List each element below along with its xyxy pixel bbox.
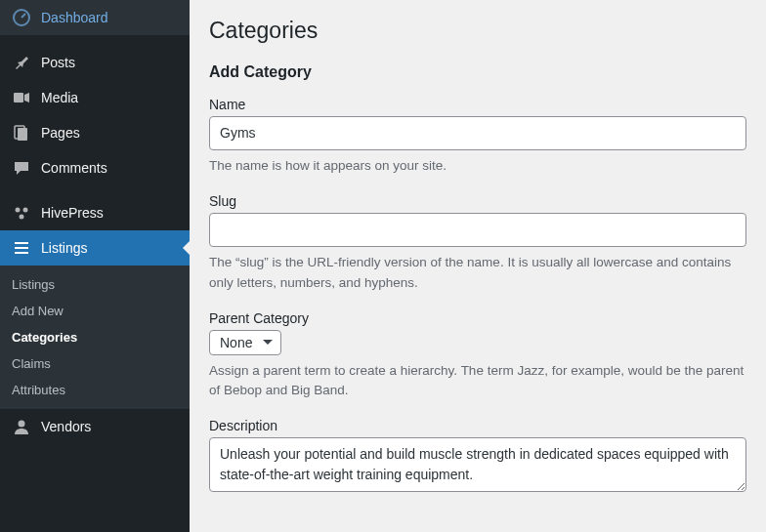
slug-input[interactable] — [209, 213, 746, 247]
submenu-item-listings[interactable]: Listings — [0, 271, 190, 298]
hivepress-icon — [12, 203, 31, 223]
svg-point-5 — [23, 208, 28, 213]
svg-point-10 — [19, 421, 25, 428]
parent-select[interactable]: None — [209, 330, 281, 355]
svg-rect-3 — [18, 128, 27, 141]
parent-select-wrap: None — [209, 330, 281, 355]
page-title: Categories — [209, 18, 746, 44]
svg-rect-8 — [15, 247, 28, 249]
parent-description: Assign a parent term to create a hierarc… — [209, 361, 746, 401]
sidebar-item-listings[interactable]: Listings — [0, 230, 190, 266]
menu-label: Pages — [41, 125, 80, 141]
sidebar-item-hivepress[interactable]: HivePress — [0, 195, 190, 230]
comment-icon — [12, 158, 31, 178]
pages-icon — [12, 123, 31, 143]
sidebar-item-comments[interactable]: Comments — [0, 150, 190, 185]
field-slug: Slug The “slug” is the URL-friendly vers… — [209, 193, 746, 293]
field-description: Description — [209, 418, 746, 496]
dashboard-icon — [12, 8, 31, 27]
field-name: Name The name is how it appears on your … — [209, 97, 746, 176]
submenu-item-categories[interactable]: Categories — [0, 324, 190, 350]
submenu-item-add-new[interactable]: Add New — [0, 298, 190, 324]
form-title: Add Category — [209, 63, 746, 81]
svg-point-4 — [16, 208, 21, 213]
admin-sidebar: Dashboard Posts Media Pages Comments Hiv… — [0, 0, 190, 532]
menu-label: Vendors — [41, 419, 91, 434]
slug-description: The “slug” is the URL-friendly version o… — [209, 253, 746, 293]
slug-label: Slug — [209, 193, 746, 209]
submenu-item-attributes[interactable]: Attributes — [0, 377, 190, 403]
name-input[interactable] — [209, 116, 746, 150]
sidebar-item-media[interactable]: Media — [0, 80, 190, 115]
svg-rect-7 — [15, 242, 28, 244]
sidebar-submenu: Listings Add New Categories Claims Attri… — [0, 266, 190, 409]
menu-label: Listings — [41, 240, 87, 256]
menu-label: HivePress — [41, 205, 104, 221]
menu-label: Posts — [41, 55, 75, 70]
sidebar-item-pages[interactable]: Pages — [0, 115, 190, 150]
sidebar-item-posts[interactable]: Posts — [0, 45, 190, 80]
menu-label: Media — [41, 90, 78, 105]
submenu-item-claims[interactable]: Claims — [0, 350, 190, 377]
menu-label: Comments — [41, 160, 107, 176]
field-parent: Parent Category None Assign a parent ter… — [209, 310, 746, 401]
description-label: Description — [209, 418, 746, 433]
main-content: Categories Add Category Name The name is… — [190, 0, 766, 532]
media-icon — [12, 88, 31, 107]
svg-rect-9 — [15, 252, 28, 254]
sidebar-item-vendors[interactable]: Vendors — [0, 409, 190, 444]
vendors-icon — [12, 417, 31, 436]
pin-icon — [12, 53, 31, 72]
svg-rect-1 — [14, 93, 23, 102]
menu-label: Dashboard — [41, 10, 108, 25]
name-label: Name — [209, 97, 746, 112]
description-textarea[interactable] — [209, 437, 746, 492]
sidebar-item-dashboard[interactable]: Dashboard — [0, 0, 190, 35]
listings-icon — [12, 238, 31, 258]
svg-point-6 — [20, 215, 24, 220]
name-description: The name is how it appears on your site. — [209, 156, 746, 176]
parent-label: Parent Category — [209, 310, 746, 326]
